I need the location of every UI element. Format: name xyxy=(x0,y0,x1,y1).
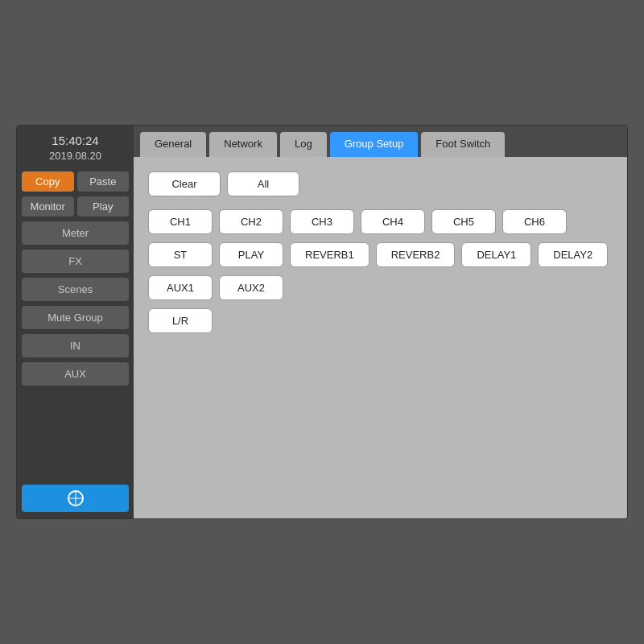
clock: 15:40:24 xyxy=(22,132,129,149)
main-content: General Network Log Group Setup Foot Swi… xyxy=(134,126,627,518)
channel-row-4: L/R xyxy=(148,308,613,333)
ch5-button[interactable]: CH5 xyxy=(431,209,496,234)
aux-button[interactable]: AUX xyxy=(22,362,129,386)
all-button[interactable]: All xyxy=(227,171,299,196)
clear-button[interactable]: Clear xyxy=(148,171,221,196)
reverb2-button[interactable]: REVERB2 xyxy=(376,242,456,267)
globe-icon xyxy=(68,490,84,506)
ch3-button[interactable]: CH3 xyxy=(290,209,354,234)
tab-general[interactable]: General xyxy=(140,132,206,157)
scenes-button[interactable]: Scenes xyxy=(22,278,129,301)
ch2-button[interactable]: CH2 xyxy=(219,209,283,234)
st-button[interactable]: ST xyxy=(148,242,213,267)
monitor-play-row: Monitor Play xyxy=(22,196,129,217)
channel-row-3: AUX1 AUX2 xyxy=(148,275,613,300)
aux2-button[interactable]: AUX2 xyxy=(219,275,283,300)
play-button[interactable]: Play xyxy=(77,196,130,217)
sidebar: 15:40:24 2019.08.20 Copy Paste Monitor P… xyxy=(17,126,134,518)
aux1-button[interactable]: AUX1 xyxy=(148,275,213,300)
channel-row-2: ST PLAY REVERB1 REVERB2 DELAY1 DELAY2 xyxy=(148,242,613,267)
content-area: Clear All CH1 CH2 CH3 CH4 CH5 CH6 ST PLA… xyxy=(134,157,627,518)
channel-row-1: CH1 CH2 CH3 CH4 CH5 CH6 xyxy=(148,209,613,234)
tab-bar: General Network Log Group Setup Foot Swi… xyxy=(134,126,627,157)
tab-group-setup[interactable]: Group Setup xyxy=(330,132,419,157)
ch4-button[interactable]: CH4 xyxy=(361,209,425,234)
copy-paste-row: Copy Paste xyxy=(22,171,129,192)
play-channel-button[interactable]: PLAY xyxy=(219,242,283,267)
copy-button[interactable]: Copy xyxy=(22,171,74,192)
reverb1-button[interactable]: REVERB1 xyxy=(290,242,369,267)
tab-network[interactable]: Network xyxy=(209,132,277,157)
action-row: Clear All xyxy=(148,171,613,196)
paste-button[interactable]: Paste xyxy=(77,171,130,192)
time-display: 15:40:24 2019.08.20 xyxy=(22,132,129,163)
delay1-button[interactable]: DELAY1 xyxy=(461,242,531,267)
globe-button[interactable] xyxy=(22,485,129,512)
in-button[interactable]: IN xyxy=(22,334,129,357)
tab-log[interactable]: Log xyxy=(280,132,327,157)
delay2-button[interactable]: DELAY2 xyxy=(538,242,608,267)
lr-button[interactable]: L/R xyxy=(148,308,213,333)
channel-section: CH1 CH2 CH3 CH4 CH5 CH6 ST PLAY REVERB1 … xyxy=(148,209,613,333)
meter-button[interactable]: Meter xyxy=(22,221,129,245)
date: 2019.08.20 xyxy=(22,149,129,163)
fx-button[interactable]: FX xyxy=(22,250,129,273)
tab-foot-switch[interactable]: Foot Switch xyxy=(421,132,505,157)
mute-group-button[interactable]: Mute Group xyxy=(22,306,129,329)
ch6-button[interactable]: CH6 xyxy=(502,209,567,234)
app-container: 15:40:24 2019.08.20 Copy Paste Monitor P… xyxy=(16,125,628,519)
monitor-button[interactable]: Monitor xyxy=(22,196,74,217)
ch1-button[interactable]: CH1 xyxy=(148,209,213,234)
